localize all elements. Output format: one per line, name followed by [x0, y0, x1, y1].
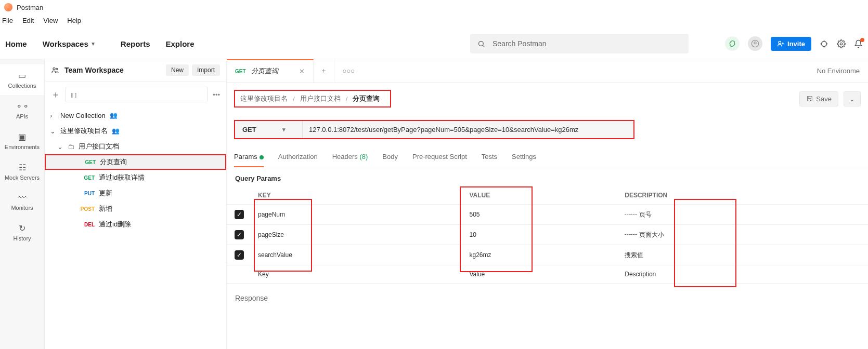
tree-request-4[interactable]: DEL 通过id删除 [45, 217, 226, 232]
menu-edit[interactable]: Edit [22, 17, 34, 24]
cell-key[interactable]: pageNum [252, 205, 463, 225]
breadcrumb-current: 分页查询 [353, 94, 380, 103]
cell-desc-placeholder[interactable]: Description [618, 265, 868, 284]
save-button[interactable]: 🖫 Save [799, 91, 838, 106]
cell-value-placeholder[interactable]: Value [463, 265, 618, 284]
vnav-monitors[interactable]: 〰Monitors [0, 187, 44, 217]
mock-icon: ☷ [0, 163, 44, 172]
nav-explore[interactable]: Explore [165, 39, 194, 48]
workspace-name[interactable]: Team Workspace [64, 66, 124, 74]
menu-file[interactable]: File [2, 17, 13, 24]
checkbox[interactable]: ✓ [235, 230, 244, 239]
tab-authorization[interactable]: Authorization [278, 150, 318, 167]
cell-value[interactable]: 10 [463, 225, 618, 245]
chevron-down-icon: ⌄ [50, 127, 56, 135]
svg-point-4 [779, 41, 781, 44]
settings-icon[interactable] [837, 39, 846, 48]
vnav-history[interactable]: ↻History [0, 217, 44, 248]
search-placeholder: Search Postman [493, 39, 547, 48]
url-input[interactable]: 127.0.0.1:8072/test/user/getByPage?pageN… [303, 121, 633, 138]
svg-point-8 [840, 43, 842, 45]
cell-desc[interactable]: ┅┅ 页面大小 [618, 225, 868, 245]
cell-desc[interactable]: 搜索值 [618, 245, 868, 265]
svg-point-9 [53, 68, 55, 70]
invite-button[interactable]: Invite [771, 37, 811, 51]
sidebar: Team Workspace New Import ＋ ⫿⫿ ••• › New… [45, 59, 227, 349]
tree-request-1[interactable]: GET 通过id获取详情 [45, 170, 226, 185]
chevron-down-icon: ▾ [92, 40, 95, 47]
vnav-mock[interactable]: ☷Mock Servers [0, 156, 44, 187]
method-select[interactable]: GET ▾ [235, 121, 303, 138]
table-row[interactable]: ✓ searchValue kg26mz 搜索值 [227, 245, 868, 265]
tab-settings[interactable]: Settings [512, 150, 536, 167]
tab-overflow-icon[interactable]: ○○○ [334, 67, 364, 75]
sidebar-toolbar: ＋ ⫿⫿ ••• [45, 82, 226, 108]
request-tab[interactable]: GET 分页查询 ✕ [227, 59, 314, 82]
tree-collection-project[interactable]: ⌄ 这里修改项目名 👥 [45, 123, 226, 139]
request-label: 新增 [99, 204, 112, 213]
method-badge: GET [235, 69, 246, 74]
table-row[interactable]: ✓ pageSize 10 ┅┅ 页面大小 [227, 225, 868, 245]
save-options-button[interactable]: ⌄ [844, 91, 861, 106]
new-button[interactable]: New [166, 64, 189, 76]
save-label: Save [816, 95, 832, 103]
tree-folder[interactable]: ⌄ 🗀 用户接口文档 [45, 139, 226, 154]
content-area: GET 分页查询 ✕ ＋ ○○○ No Environme 这里修改项目名 / … [227, 59, 868, 349]
nav-workspaces[interactable]: Workspaces ▾ [43, 39, 95, 48]
table-row[interactable]: ✓ pageNum 505 ┅┅ 页号 [227, 205, 868, 225]
cell-desc[interactable]: ┅┅ 页号 [618, 205, 868, 225]
col-value: VALUE [463, 186, 618, 205]
cell-value[interactable]: 505 [463, 205, 618, 225]
tab-prerequest[interactable]: Pre-request Script [412, 150, 467, 167]
vnav-collections[interactable]: ▭Collections [0, 64, 44, 95]
method-label: GET [242, 126, 256, 133]
tab-tests[interactable]: Tests [482, 150, 497, 167]
more-icon[interactable]: ••• [213, 91, 220, 99]
table-row-empty[interactable]: Key Value Description [227, 265, 868, 284]
tree-request-0[interactable]: GET 分页查询 [45, 154, 226, 170]
nav-reports[interactable]: Reports [121, 39, 150, 48]
close-icon[interactable]: ✕ [299, 68, 305, 75]
tab-headers[interactable]: Headers (8) [332, 150, 368, 167]
import-button[interactable]: Import [192, 64, 220, 76]
add-collection-icon[interactable]: ＋ [51, 88, 60, 101]
avatar[interactable] [748, 36, 762, 51]
monitors-icon: 〰 [0, 193, 44, 203]
sync-icon[interactable] [725, 36, 740, 51]
table-header-row: KEY VALUE DESCRIPTION [227, 186, 868, 205]
tree-request-2[interactable]: PUT 更新 [45, 185, 226, 201]
menu-bar: File Edit View Help [0, 15, 868, 31]
tree-collection-new[interactable]: › New Collection 👥 [45, 108, 226, 123]
request-section-tabs: Params Authorization Headers (8) Body Pr… [227, 146, 868, 167]
modified-dot-icon [260, 155, 264, 159]
new-tab-button[interactable]: ＋ [314, 59, 334, 82]
notifications-icon[interactable] [854, 39, 863, 48]
cell-key[interactable]: searchValue [252, 245, 463, 265]
tab-params[interactable]: Params [234, 150, 264, 167]
method-badge: GET [81, 159, 96, 165]
tree-request-3[interactable]: POST 新增 [45, 201, 226, 217]
cell-value[interactable]: kg26mz [463, 245, 618, 265]
vnav-environments[interactable]: ▣Environments [0, 126, 44, 156]
capture-icon[interactable] [820, 39, 828, 48]
search-input[interactable]: Search Postman [470, 34, 689, 53]
filter-input[interactable]: ⫿⫿ [66, 87, 208, 102]
url-bar: GET ▾ 127.0.0.1:8072/test/user/getByPage… [234, 120, 634, 139]
tab-body[interactable]: Body [382, 150, 398, 167]
menu-help[interactable]: Help [67, 17, 81, 24]
title-bar: Postman [0, 0, 868, 15]
cell-key[interactable]: pageSize [252, 225, 463, 245]
checkbox[interactable]: ✓ [235, 210, 244, 219]
folder-icon: 🗀 [68, 143, 74, 151]
environment-selector[interactable]: No Environme [809, 67, 868, 75]
vnav-apis[interactable]: ⚬⚬APIs [0, 95, 44, 126]
menu-view[interactable]: View [43, 17, 58, 24]
app-name: Postman [17, 4, 43, 11]
notification-dot-icon [860, 38, 864, 42]
cell-key-placeholder[interactable]: Key [252, 265, 463, 284]
checkbox[interactable]: ✓ [235, 250, 244, 260]
breadcrumb-part[interactable]: 用户接口文档 [300, 94, 341, 103]
breadcrumb-part[interactable]: 这里修改项目名 [240, 94, 288, 103]
nav-home[interactable]: Home [5, 39, 27, 48]
method-badge: DEL [80, 222, 95, 227]
